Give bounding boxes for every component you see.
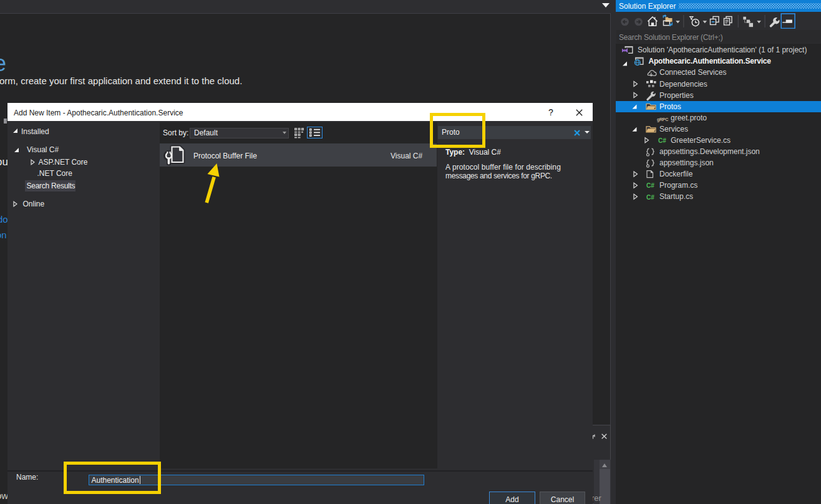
svg-text:C#: C# bbox=[646, 194, 654, 201]
svg-text:C#: C# bbox=[646, 182, 654, 189]
svg-text:C#: C# bbox=[658, 137, 666, 144]
svg-text:gRPC: gRPC bbox=[657, 117, 668, 122]
